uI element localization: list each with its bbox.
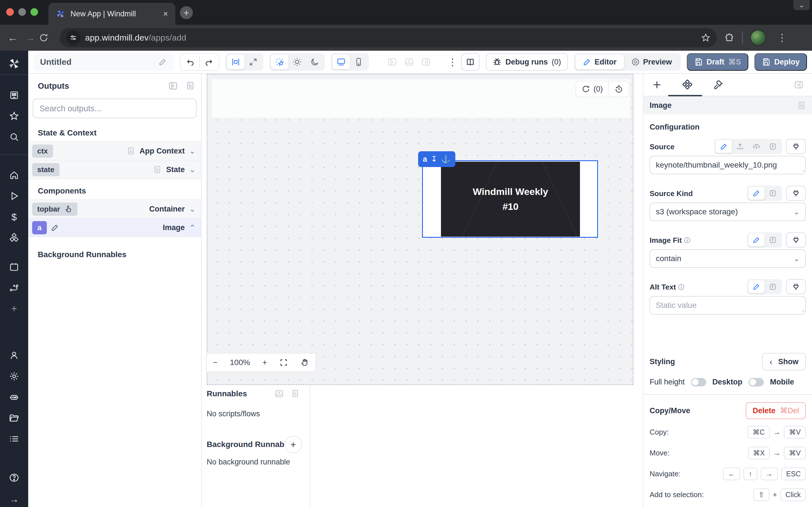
history-button[interactable] xyxy=(609,81,629,97)
insert-component-tab[interactable] xyxy=(652,80,662,90)
full-width-layout-button[interactable] xyxy=(245,55,262,69)
image-fit-static-mode-button[interactable] xyxy=(748,233,765,246)
desktop-view-button[interactable] xyxy=(333,55,350,69)
add-background-runnable-button[interactable]: + xyxy=(285,436,302,453)
anchor-icon[interactable]: ⚓ xyxy=(441,155,451,164)
source-connect-button[interactable] xyxy=(786,139,806,154)
toggle-left-panel-icon[interactable] xyxy=(388,57,397,67)
image-fit-select[interactable]: contain ⌄ xyxy=(650,249,806,268)
bookmark-star-icon[interactable] xyxy=(701,33,711,43)
component-settings-tab[interactable] xyxy=(682,79,693,91)
search-outputs-input[interactable]: Search outputs... xyxy=(33,99,197,118)
search-icon[interactable] xyxy=(9,132,19,142)
alt-text-static-mode-button[interactable] xyxy=(748,280,765,293)
schedules-icon[interactable] xyxy=(9,262,19,272)
component-row-a-selected[interactable]: a Image ⌃ xyxy=(28,218,201,237)
outputs-doc-icon[interactable] xyxy=(186,81,195,91)
zoom-window-button[interactable] xyxy=(31,8,38,16)
edit-name-icon[interactable] xyxy=(158,58,167,66)
source-static-mode-button[interactable] xyxy=(716,140,732,153)
draft-button[interactable]: Draft ⌘S xyxy=(687,53,748,71)
collapse-runnables-panel-icon[interactable] xyxy=(274,389,284,398)
source-input[interactable]: keynote/thumbnail_weekly_10.png ⌟ xyxy=(650,156,806,174)
image-fit-eval-mode-button[interactable] xyxy=(765,233,781,246)
collapse-right-panel-icon[interactable] xyxy=(794,80,804,90)
source-upload-mode-button[interactable] xyxy=(732,140,748,153)
reload-button[interactable] xyxy=(39,33,56,43)
full-height-mobile-toggle[interactable] xyxy=(749,378,764,386)
preview-tab[interactable]: Preview xyxy=(624,55,679,69)
collapse-outputs-panel-icon[interactable] xyxy=(168,81,178,91)
resize-handle-icon[interactable]: ⌟ xyxy=(799,166,806,173)
dark-theme-button[interactable] xyxy=(306,55,323,69)
component-a-badge[interactable]: a xyxy=(32,221,47,234)
forward-button[interactable]: → xyxy=(21,32,39,44)
app-name-field[interactable]: Untitled xyxy=(33,53,174,71)
expand-sidebar-icon[interactable]: → xyxy=(9,494,19,505)
source-kind-static-mode-button[interactable] xyxy=(748,187,765,200)
url-bar[interactable]: app.windmill.dev/apps/add xyxy=(60,28,717,47)
windmill-logo[interactable] xyxy=(8,57,20,70)
ctx-badge[interactable]: ctx xyxy=(32,145,53,158)
close-window-button[interactable] xyxy=(6,8,14,16)
state-expand-icon[interactable]: ⌄ xyxy=(189,165,195,174)
home-icon[interactable] xyxy=(9,170,19,180)
source-s3-mode-button[interactable] xyxy=(748,140,765,153)
fit-view-button[interactable] xyxy=(280,358,288,367)
workers-icon[interactable] xyxy=(9,392,19,402)
component-row-topbar[interactable]: topbar Container ⌄ xyxy=(28,200,201,219)
resources-icon[interactable] xyxy=(9,232,19,243)
new-tab-button[interactable]: + xyxy=(180,6,193,19)
browser-menu-icon[interactable]: ⋮ xyxy=(773,32,791,44)
zoom-in-button[interactable]: + xyxy=(262,358,267,367)
deploy-button[interactable]: Deploy xyxy=(755,53,807,71)
zoom-out-button[interactable]: − xyxy=(213,358,217,367)
selected-component-toolbar[interactable]: a ↧ ⚓ xyxy=(418,151,455,167)
source-kind-connect-button[interactable] xyxy=(786,186,806,201)
toggle-bottom-panel-icon[interactable] xyxy=(404,57,414,67)
undo-button[interactable] xyxy=(182,55,199,69)
alt-text-input[interactable]: Static value ⌟ xyxy=(650,296,806,315)
full-height-desktop-toggle[interactable] xyxy=(691,378,706,386)
css-editor-tab[interactable] xyxy=(713,79,723,90)
alt-text-eval-mode-button[interactable] xyxy=(765,280,781,293)
fill-height-icon[interactable]: ↧ xyxy=(431,155,437,164)
add-menu-icon[interactable]: + xyxy=(11,303,17,315)
alt-text-resize-handle-icon[interactable]: ⌟ xyxy=(799,307,806,313)
source-eval-mode-button[interactable] xyxy=(765,140,781,153)
source-kind-eval-mode-button[interactable] xyxy=(765,187,781,200)
redo-button[interactable] xyxy=(200,55,217,69)
app-canvas[interactable]: a ↧ ⚓ Windmill Weekly #10 (0) xyxy=(207,74,633,385)
help-icon[interactable] xyxy=(9,472,19,483)
delete-component-button[interactable]: Delete ⌘Del xyxy=(746,402,806,419)
image-fit-info-icon[interactable]: ⓘ xyxy=(684,236,690,245)
docs-button[interactable] xyxy=(461,53,479,71)
routes-icon[interactable] xyxy=(9,283,19,293)
users-icon[interactable] xyxy=(9,350,19,360)
alt-text-connect-button[interactable] xyxy=(786,279,806,294)
topbar-expand-icon[interactable]: ⌄ xyxy=(189,205,195,214)
component-doc-icon[interactable] xyxy=(797,101,806,110)
auto-theme-button[interactable] xyxy=(271,55,289,69)
workspace-icon[interactable] xyxy=(9,90,19,100)
audit-logs-icon[interactable] xyxy=(9,434,19,444)
close-tab-icon[interactable]: × xyxy=(163,9,168,18)
centered-layout-button[interactable] xyxy=(227,55,245,69)
toggle-right-panel-icon[interactable] xyxy=(421,57,431,67)
minimize-window-button[interactable] xyxy=(18,8,26,16)
runnables-doc-icon[interactable] xyxy=(291,389,299,398)
component-a-collapse-icon[interactable]: ⌃ xyxy=(189,223,195,232)
pan-tool-button[interactable] xyxy=(300,358,309,367)
refresh-components-button[interactable]: (0) xyxy=(576,81,608,97)
alt-text-info-icon[interactable]: ⓘ xyxy=(678,283,684,291)
site-info-icon[interactable] xyxy=(66,31,81,45)
favorites-icon[interactable] xyxy=(9,111,19,121)
output-row-state[interactable]: state State ⌄ xyxy=(28,160,201,179)
settings-icon[interactable] xyxy=(9,371,19,382)
show-styling-button[interactable]: ‹ Show xyxy=(762,353,806,371)
source-kind-select[interactable]: s3 (workspace storage) ⌄ xyxy=(650,203,806,221)
ctx-expand-icon[interactable]: ⌄ xyxy=(189,147,195,156)
rename-component-icon[interactable] xyxy=(51,223,59,232)
debug-runs-button[interactable]: Debug runs (0) xyxy=(486,53,568,71)
output-row-ctx[interactable]: ctx App Context ⌄ xyxy=(28,142,201,161)
